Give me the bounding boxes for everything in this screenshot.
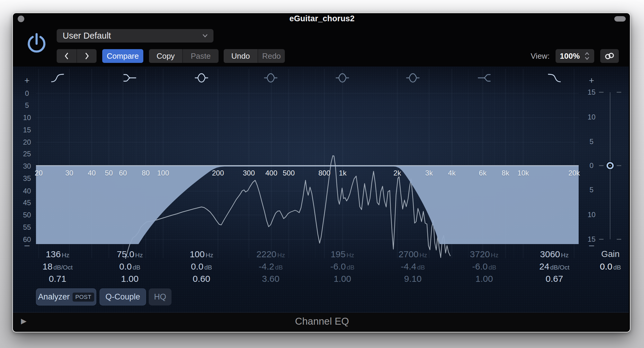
view-zoom-stepper[interactable]: 100% [556, 49, 594, 63]
redo-button[interactable]: Redo [258, 49, 285, 63]
plugin-name: Channel EQ [0, 316, 644, 327]
preset-value: User Default [63, 31, 111, 41]
paste-button[interactable]: Paste [183, 49, 219, 63]
eq-graph-panel[interactable] [13, 66, 629, 312]
compare-button[interactable]: Compare [102, 49, 143, 63]
chevron-left-icon [64, 52, 69, 60]
link-icon [604, 52, 616, 60]
window-close-button[interactable] [18, 16, 24, 22]
undo-redo-group: Undo Redo [224, 49, 285, 63]
link-button[interactable] [600, 49, 619, 63]
power-button[interactable] [26, 32, 47, 55]
chevron-right-icon [84, 52, 90, 60]
window-title: eGuitar_chorus2 [172, 13, 472, 24]
undo-button[interactable]: Undo [224, 49, 258, 63]
copy-paste-group: Copy Paste [149, 49, 219, 63]
view-zoom-value: 100% [560, 52, 580, 61]
next-preset-button[interactable] [77, 49, 97, 63]
chevron-down-icon [201, 33, 209, 39]
analyzer-post-badge[interactable]: POST [73, 293, 94, 302]
analyzer-button[interactable]: Analyzer POST [36, 288, 96, 305]
hq-button[interactable]: HQ [149, 288, 171, 305]
q-couple-button[interactable]: Q-Couple [100, 288, 146, 305]
previous-preset-button[interactable] [57, 49, 77, 63]
preset-nav-group [57, 49, 97, 63]
window-control-pill[interactable] [614, 16, 626, 22]
copy-button[interactable]: Copy [149, 49, 183, 63]
stepper-chevrons-icon [584, 52, 590, 60]
plugin-desktop: eGuitar_chorus2 User Default Compare Cop… [0, 0, 644, 348]
view-label: View: [531, 49, 550, 63]
preset-selector[interactable]: User Default [57, 29, 213, 43]
